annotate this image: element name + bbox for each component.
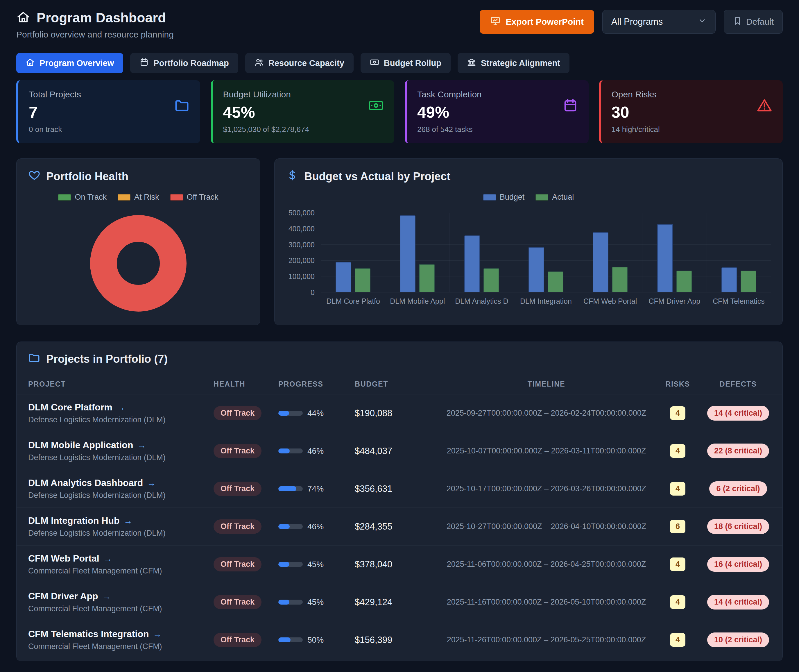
calendar-icon [562,98,578,134]
health-badge: Off Track [214,406,262,420]
budget-vs-actual-title: Budget vs Actual by Project [304,170,451,183]
bar-group-cfm-telematics [707,213,771,292]
arrow-right-icon: → [102,592,111,602]
risks-badge: 6 [670,520,686,533]
program-select[interactable]: All Programs [602,10,716,34]
health-badge: Off Track [214,444,262,458]
progress-cell: 45% [278,598,350,607]
dollar-icon [286,169,299,184]
budget-value: $284,355 [355,522,438,532]
project-program: Commercial Fleet Management (CFM) [28,566,208,576]
kpi-card-task-completion: Task Completion49%268 of 542 tasks [405,80,589,143]
kpi-label: Open Risks [612,90,660,99]
plot-area [321,213,771,293]
home-icon [16,10,30,25]
bookmark-icon [733,16,742,27]
health-badge: Off Track [214,557,262,571]
timeline-value: 2025-11-06T00:00:00.000Z – 2026-04-25T00… [447,560,646,568]
timeline-value: 2025-10-07T00:00:00.000Z – 2026-03-11T00… [447,446,646,455]
export-powerpoint-button[interactable]: Export PowerPoint [480,10,594,34]
tab-resource-capacity[interactable]: Resource Capacity [245,53,353,73]
y-tick-label: 400,000 [289,224,315,233]
actual-bar [612,267,628,292]
defects-badge: 6 (2 critical) [709,481,767,496]
header: Program Dashboard Portfolio overview and… [16,10,783,40]
progress-bar [278,448,303,453]
budget-value: $429,124 [355,597,438,608]
tab-label: Portfolio Roadmap [153,58,229,68]
arrow-right-icon: → [153,629,161,639]
health-badge: Off Track [214,595,262,609]
arrow-right-icon: → [124,516,133,526]
tab-strategic-alignment[interactable]: Strategic Alignment [458,53,569,73]
actual-bar [419,264,435,292]
budget-bar [721,267,737,292]
arrow-right-icon: → [147,478,156,488]
health-badge: Off Track [214,482,262,496]
arrow-right-icon: → [137,440,146,450]
timeline-value: 2025-10-17T00:00:00.000Z – 2026-03-26T00… [447,484,646,493]
legend-swatch [535,194,548,200]
project-link[interactable]: DLM Core Platform [28,402,112,413]
budget-value: $484,037 [355,446,438,456]
budget-value: $156,399 [355,635,438,645]
project-cell: DLM Core Platform→Defense Logistics Mode… [28,402,208,424]
project-link[interactable]: CFM Driver App [28,591,98,602]
progress-bar [278,524,303,529]
defects-badge: 22 (8 critical) [707,443,769,458]
bar-group-dlm-core-platfo [321,213,385,292]
risks-badge: 4 [670,557,686,571]
budget-vs-actual-panel: Budget vs Actual by Project BudgetActual… [274,158,783,325]
project-cell: DLM Mobile Application→Defense Logistics… [28,440,208,462]
tab-portfolio-roadmap[interactable]: Portfolio Roadmap [130,53,238,73]
progress-value: 46% [307,522,324,531]
portfolio-health-title: Portfolio Health [46,170,128,183]
progress-cell: 46% [278,522,350,531]
folder-icon [174,98,190,134]
progress-cell: 46% [278,446,350,456]
budget-bar [529,247,544,292]
budget-value: $190,088 [355,408,438,419]
y-tick-label: 100,000 [289,272,315,281]
legend-swatch [118,194,131,200]
legend-item-at-risk: At Risk [118,193,159,202]
column-header-budget: BUDGET [355,380,438,388]
actual-bar [676,270,692,292]
timeline-value: 2025-09-27T00:00:00.000Z – 2026-02-24T00… [447,409,646,418]
project-link[interactable]: DLM Integration Hub [28,515,120,526]
projects-table-panel: Projects in Portfolio (7) PROJECTHEALTHP… [16,341,783,661]
kpi-value: 45% [223,103,309,122]
default-view-label: Default [746,17,774,27]
portfolio-health-panel: Portfolio Health On TrackAt RiskOff Trac… [16,158,260,325]
table-row-dlm-core-platform: DLM Core Platform→Defense Logistics Mode… [16,394,783,432]
tab-program-overview[interactable]: Program Overview [16,53,123,73]
table-row-cfm-telematics-integration: CFM Telematics Integration→Commercial Fl… [16,621,783,659]
charts-row: Portfolio Health On TrackAt RiskOff Trac… [16,158,783,325]
project-cell: DLM Integration Hub→Defense Logistics Mo… [28,515,208,538]
folder-icon [28,352,40,366]
project-program: Defense Logistics Modernization (DLM) [28,453,208,462]
kpi-value: 49% [417,103,482,122]
risks-badge: 4 [670,406,686,420]
calendar-icon [139,58,149,69]
progress-bar [278,486,303,491]
kpi-subtext: $1,025,030 of $2,278,674 [223,125,309,134]
legend-item-budget: Budget [483,193,525,202]
table-header-row: PROJECTHEALTHPROGRESSBUDGETTIMELINERISKS… [16,374,783,394]
table-row-cfm-driver-app: CFM Driver App→Commercial Fleet Manageme… [16,583,783,621]
project-link[interactable]: CFM Web Portal [28,553,99,564]
tab-label: Budget Rollup [384,58,441,68]
y-tick-label: 500,000 [289,209,315,217]
project-program: Defense Logistics Modernization (DLM) [28,491,208,500]
risks-badge: 4 [670,482,686,496]
page-subtitle: Portfolio overview and resource planning [16,30,174,40]
default-view-button[interactable]: Default [724,10,783,34]
defects-badge: 10 (2 critical) [707,632,769,647]
defects-badge: 14 (4 critical) [707,595,769,610]
table-row-dlm-analytics-dashboard: DLM Analytics Dashboard→Defense Logistic… [16,470,783,507]
x-axis-label: CFM Web Portal [578,297,642,306]
tab-budget-rollup[interactable]: Budget Rollup [361,53,451,73]
project-link[interactable]: DLM Analytics Dashboard [28,478,143,488]
project-link[interactable]: DLM Mobile Application [28,440,133,451]
project-link[interactable]: CFM Telematics Integration [28,629,149,640]
